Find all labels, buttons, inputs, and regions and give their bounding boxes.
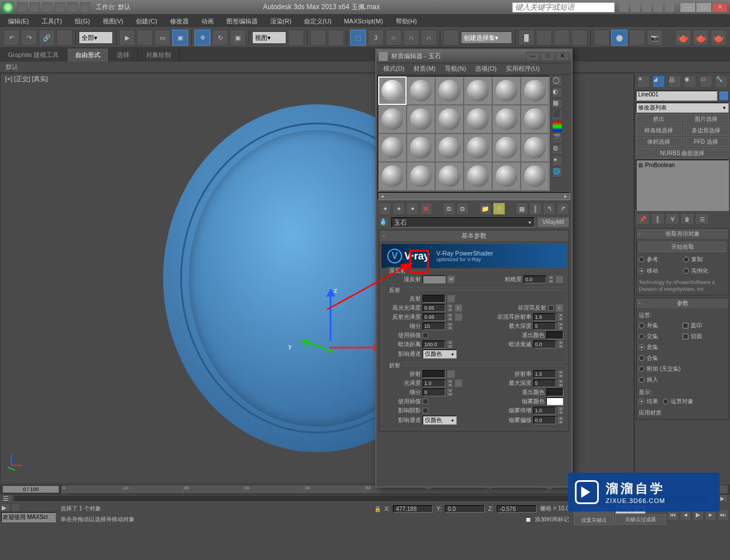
video-color-icon[interactable]: [552, 121, 562, 132]
rollout-pick-header[interactable]: 拾取布尔对象: [636, 229, 728, 240]
qat-redo-icon[interactable]: [67, 2, 78, 13]
window-crossing-icon[interactable]: ▣: [172, 30, 188, 46]
diffuse-map-button[interactable]: M: [447, 275, 455, 283]
me-sample-slot[interactable]: [492, 162, 521, 190]
me-sample-slot[interactable]: [407, 133, 435, 162]
btn-face-select[interactable]: 面片选择: [683, 114, 729, 124]
refl-exit-swatch[interactable]: [546, 331, 563, 339]
btn-spline-select[interactable]: 样条线选择: [636, 125, 682, 136]
modify-tab-icon[interactable]: ◢: [652, 75, 665, 88]
named-selection-combo[interactable]: 创建选择集 ▾: [461, 31, 512, 44]
motion-tab-icon[interactable]: ◉: [684, 75, 696, 88]
refr-interp-check[interactable]: [423, 399, 428, 404]
sample-uv-icon[interactable]: ⬛: [552, 110, 562, 120]
options-icon[interactable]: ⚙: [552, 144, 562, 155]
put-to-library-icon[interactable]: 📁: [479, 202, 492, 215]
make-preview-icon[interactable]: 🎬: [552, 133, 562, 143]
me-sample-slot[interactable]: [378, 105, 407, 133]
modifier-stack[interactable]: ⊞ ProBoolean: [636, 160, 729, 211]
refraction-map[interactable]: [447, 370, 455, 378]
roughness-spinner[interactable]: 0.0: [524, 275, 546, 283]
me-sample-slot[interactable]: [521, 133, 549, 162]
rollout-basic-params[interactable]: 基本参数: [379, 230, 569, 242]
key-filters-button[interactable]: 关键点过滤器: [615, 514, 666, 525]
expand-icon[interactable]: ⊞: [638, 162, 643, 168]
refr-ior-spinner[interactable]: 1.6: [533, 370, 556, 378]
lock-icon[interactable]: 🔒: [374, 506, 381, 512]
angle-snap-icon[interactable]: 3: [368, 30, 384, 46]
me-maximize-button[interactable]: □: [541, 52, 554, 61]
radio-result[interactable]: 结果: [639, 397, 658, 405]
show-map-icon[interactable]: ▦: [516, 202, 528, 215]
keyboard-shortcut-icon[interactable]: [328, 30, 344, 46]
me-sample-slot[interactable]: [435, 133, 464, 162]
help-search-input[interactable]: [512, 2, 615, 13]
create-tab-icon[interactable]: ☀: [637, 75, 650, 88]
radio-insert[interactable]: 插入: [639, 376, 682, 384]
material-editor-icon[interactable]: ⬤: [611, 30, 627, 46]
remove-modifier-icon[interactable]: 🗑: [680, 213, 694, 225]
refr-affect-combo[interactable]: 仅颜色: [423, 416, 457, 425]
close-button[interactable]: ✕: [712, 2, 728, 13]
menu-customize[interactable]: 自定义(U): [298, 16, 337, 27]
me-minimize-button[interactable]: —: [526, 52, 540, 61]
render-frame-icon[interactable]: 📷: [647, 30, 663, 46]
me-sample-slot[interactable]: [407, 162, 435, 190]
menu-tools[interactable]: 工具(T): [36, 16, 68, 27]
get-material-icon[interactable]: ✦: [379, 202, 391, 215]
backlight-icon[interactable]: ◐: [552, 87, 562, 98]
undo-icon[interactable]: ↶: [3, 30, 19, 46]
radio-union[interactable]: 并集: [639, 322, 682, 330]
help-icon[interactable]: [665, 3, 674, 12]
configure-sets-icon[interactable]: ☰: [695, 213, 709, 225]
me-sample-slot[interactable]: [378, 162, 407, 190]
affect-shadows-check[interactable]: [423, 408, 428, 413]
infocenter-search-icon[interactable]: [619, 3, 628, 12]
me-sample-slot-0[interactable]: [378, 76, 407, 105]
coord-x-input[interactable]: 477.188: [393, 505, 433, 513]
ribbon-tab-selection[interactable]: 选择: [109, 48, 138, 62]
qat-link-icon[interactable]: [80, 2, 90, 13]
hilight-gloss-spinner[interactable]: 0.85: [423, 304, 445, 312]
menu-maxscript[interactable]: MAXScript(M): [338, 17, 388, 26]
link-icon[interactable]: 🔗: [39, 30, 55, 46]
pivot-icon[interactable]: [288, 30, 304, 46]
teapot-preview-icon[interactable]: 🫖: [693, 30, 709, 46]
render-setup-icon[interactable]: [629, 30, 645, 46]
radio-subtract[interactable]: 差集: [639, 343, 682, 351]
show-end-result-icon[interactable]: ║: [529, 202, 542, 215]
reset-map-icon[interactable]: ✕: [420, 202, 432, 215]
favorites-icon[interactable]: [654, 3, 663, 12]
ribbon-tab-paint[interactable]: 对象绘制: [138, 48, 180, 62]
menu-create[interactable]: 创建(C): [130, 16, 163, 27]
btn-poly-select[interactable]: 多边形选择: [683, 125, 729, 136]
menu-animation[interactable]: 动画: [196, 16, 220, 27]
me-sample-slot[interactable]: [464, 76, 492, 105]
radio-intersect[interactable]: 交集: [639, 332, 682, 340]
radio-attach[interactable]: 附加 (无交集): [639, 365, 726, 373]
select-name-icon[interactable]: [137, 30, 153, 46]
put-to-scene-icon[interactable]: ✦: [392, 202, 405, 215]
time-tag-button[interactable]: 添加时间标记: [535, 516, 569, 524]
curve-editor-icon[interactable]: [571, 30, 587, 46]
track-mini-btn[interactable]: ☰: [2, 494, 11, 502]
me-sample-slot[interactable]: [464, 105, 492, 133]
refr-maxdepth-spinner[interactable]: 5: [533, 379, 556, 387]
scale-icon[interactable]: ▣: [230, 30, 246, 46]
track-scroll-right[interactable]: ►: [719, 494, 728, 502]
reflection-map-button[interactable]: [447, 295, 455, 303]
fresnel-check[interactable]: [548, 305, 554, 311]
pin-stack-icon[interactable]: 📌: [636, 213, 650, 225]
ribbon-tab-graphite[interactable]: Graphite 建模工具: [0, 48, 67, 62]
minimize-button[interactable]: —: [680, 2, 696, 13]
mirror-icon[interactable]: ▐▌: [518, 30, 534, 46]
menu-rendering[interactable]: 渲染(R): [265, 16, 297, 27]
fog-bias-spinner[interactable]: 0.0: [533, 416, 556, 424]
start-pick-button[interactable]: 开始拾取: [639, 242, 726, 252]
percent-snap-icon[interactable]: ∩: [386, 30, 402, 46]
maxscript-listener[interactable]: 欢迎使用 MAXScr: [1, 512, 56, 522]
teapot-activeshade-icon[interactable]: 🫖: [711, 30, 727, 46]
select-by-material-icon[interactable]: ✦: [552, 156, 562, 166]
rotate-icon[interactable]: ↻: [212, 30, 228, 46]
menu-modifiers[interactable]: 修改器: [164, 16, 194, 27]
